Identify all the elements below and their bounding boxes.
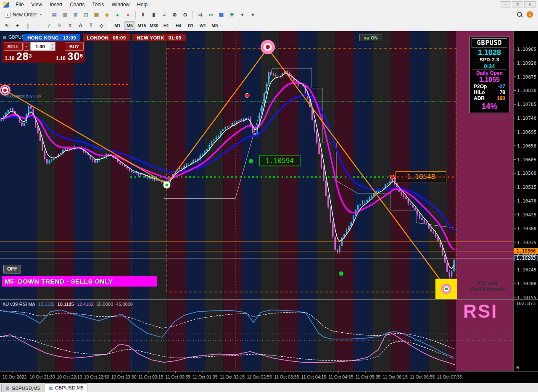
market-watch-icon[interactable]: ⊞ — [71, 10, 80, 19]
channel-tool[interactable]: ‖ — [55, 21, 64, 30]
svg-text:1.10560: 1.10560 — [517, 171, 536, 176]
svg-text:1.10740: 1.10740 — [517, 116, 536, 121]
data-window-icon[interactable]: ◫ — [81, 10, 91, 19]
svg-text:1.10695: 1.10695 — [517, 129, 536, 135]
minimize-button[interactable]: ─ — [500, 1, 511, 8]
tf-m15[interactable]: M15 — [136, 21, 148, 30]
rsi-watermark: RSI — [463, 302, 498, 321]
info-spread: SPD:2.3 — [471, 57, 508, 62]
xu-on-button[interactable]: xu ON — [359, 34, 382, 41]
save-icon[interactable]: ▤ — [50, 10, 59, 19]
line-chart-icon[interactable]: ≈ — [159, 10, 169, 19]
indicators-caret-icon[interactable]: ▾ — [237, 10, 247, 19]
tf-d1[interactable]: D1 — [185, 21, 196, 30]
buy-button[interactable]: BUY — [65, 42, 84, 51]
trendline-tool[interactable]: ∕ — [44, 21, 54, 30]
tf-m1[interactable]: M1 — [112, 21, 123, 30]
indicators-icon[interactable]: ✚ — [227, 10, 237, 19]
menu-help[interactable]: Help — [133, 0, 151, 9]
svg-text:10 Oct 2022: 10 Oct 2022 — [3, 374, 26, 379]
new-order-button[interactable]: + New Order ▾ — [2, 10, 45, 19]
menu-view[interactable]: View — [27, 0, 46, 9]
cursor-tool[interactable]: ↖ — [2, 21, 12, 30]
tf-w1[interactable]: W1 — [197, 21, 208, 30]
svg-text:11 Oct 00:15: 11 Oct 00:15 — [138, 374, 164, 379]
spinner-up-icon: ▲ — [50, 42, 55, 47]
price-tag-green: 1.10594 — [259, 155, 301, 166]
menu-insert[interactable]: Insert — [46, 0, 66, 9]
svg-text:1.10965: 1.10965 — [517, 47, 536, 52]
rsi-scale-max: 102.873 — [516, 301, 535, 306]
notification-badge[interactable]: 1 — [527, 11, 533, 18]
rsi-header-value: 10.1185 — [38, 302, 55, 307]
svg-text:1.10245: 1.10245 — [517, 267, 536, 273]
tf-m30[interactable]: M30 — [148, 21, 160, 30]
crosshair-tool[interactable]: + — [13, 21, 22, 30]
profiles-icon[interactable]: ▥ — [60, 10, 70, 19]
tf-h4[interactable]: H4 — [173, 21, 184, 30]
bar-chart-icon[interactable]: ‖ — [138, 10, 148, 19]
volume-input[interactable]: 1.00 ▲▼ — [30, 42, 55, 51]
text-tool[interactable]: A — [76, 21, 85, 30]
svg-text:1.10875: 1.10875 — [517, 74, 536, 80]
chart-tab-1[interactable]: ▦ GBPUSD,M5 — [1, 384, 44, 392]
svg-text:1.10650: 1.10650 — [517, 143, 536, 149]
rsi-header-value: 10.1185 — [58, 302, 74, 307]
menu-items: FileViewInsertChartsToolsWindowHelp — [12, 0, 151, 9]
close-button[interactable]: ✕ — [524, 1, 535, 8]
new-chart-icon[interactable]: ▲ — [113, 10, 122, 19]
off-button[interactable]: OFF — [3, 265, 21, 274]
chart-tab-2[interactable]: ▦ GBPUSD,M5 — [45, 383, 87, 392]
volume-value[interactable]: 1.00 — [31, 42, 50, 50]
mt4-window: FileViewInsertChartsToolsWindowHelp ─□✕ … — [0, 0, 538, 392]
new-order-icon: + — [5, 12, 11, 18]
chart-canvas[interactable]: 1.109651.109201.108751.108301.107851.107… — [0, 31, 538, 383]
menu-tools[interactable]: Tools — [89, 0, 108, 9]
svg-text:11 Oct 03:35: 11 Oct 03:35 — [274, 374, 299, 379]
tf-mn[interactable]: MN — [209, 21, 221, 30]
fibonacci-tool[interactable]: ≡ — [65, 21, 75, 30]
timeframes-caret-icon[interactable]: ▾ — [248, 10, 258, 19]
svg-text:11 Oct 00:55: 11 Oct 00:55 — [166, 374, 191, 379]
drawing-tools: ↖+|─∕‖≡AT◇ — [2, 21, 107, 30]
session-clock-bar: HONG KONG13:09 LONDON06:09 NEW YORK01:09 — [23, 34, 186, 41]
symbol-info-panel: GBPUSD 1.1028 SPD:2.3 0:24 Daily Open 1.… — [469, 37, 509, 113]
tf-m5[interactable]: M5 — [124, 21, 135, 30]
navigator-icon[interactable]: ▦ — [92, 10, 101, 19]
label-tool[interactable]: T — [86, 21, 96, 30]
volume-spinner[interactable]: ▲▼ — [50, 42, 55, 50]
toolbar-standard: + New Order ▾ ▤▥⊞◫▦◆▲● ‖▮≈⊕⊖ ⇉↦▦✚▾▾ 1 — [0, 9, 538, 20]
svg-text:11 Oct 04:55: 11 Oct 04:55 — [328, 374, 353, 379]
svg-text:10 Oct 23:30: 10 Oct 23:30 — [111, 374, 136, 379]
session-london: LONDON06:09 — [83, 34, 130, 41]
zoom-out-icon[interactable]: ⊖ — [180, 10, 190, 19]
toolbar-group-chart-types: ‖▮≈⊕⊖ — [138, 10, 190, 19]
menu-bar: FileViewInsertChartsToolsWindowHelp ─□✕ — [0, 0, 538, 9]
sell-caret-icon[interactable]: ▼ — [24, 42, 29, 51]
expert-advisor-icon[interactable]: ● — [123, 10, 133, 19]
toolbar-group-windows: ▤▥⊞◫▦◆▲● — [49, 10, 133, 19]
menu-window[interactable]: Window — [108, 0, 134, 9]
sell-button[interactable]: SELL — [4, 42, 23, 51]
menu-file[interactable]: File — [12, 0, 27, 9]
tile-windows-icon[interactable]: ▦ — [216, 10, 226, 19]
restore-button[interactable]: □ — [512, 1, 523, 8]
vertical-line-tool[interactable]: | — [23, 21, 33, 30]
rsi-header-value: 55.0000 — [96, 302, 113, 307]
svg-text:1.10425: 1.10425 — [517, 212, 536, 218]
candlestick-chart-icon[interactable]: ▮ — [149, 10, 158, 19]
auto-scroll-icon[interactable]: ⇉ — [195, 10, 205, 19]
new-order-caret-icon[interactable]: ▾ — [40, 13, 42, 16]
svg-text:11 Oct 07:35: 11 Oct 07:35 — [437, 374, 462, 379]
svg-text:1.10470: 1.10470 — [517, 198, 536, 204]
paint-bucket-icon[interactable]: ◆ — [102, 10, 112, 19]
horizontal-line-tool[interactable]: ─ — [34, 21, 43, 30]
tf-h1[interactable]: H1 — [161, 21, 172, 30]
chart-shift-icon[interactable]: ↦ — [206, 10, 216, 19]
session-newyork: NEW YORK01:09 — [132, 34, 185, 41]
zoom-in-icon[interactable]: ⊕ — [170, 10, 179, 19]
price-tag-orange: 1.10548 — [396, 171, 446, 182]
menu-charts[interactable]: Charts — [66, 0, 88, 9]
shapes-tool[interactable]: ◇ — [97, 21, 106, 30]
search-icon[interactable] — [517, 11, 523, 18]
